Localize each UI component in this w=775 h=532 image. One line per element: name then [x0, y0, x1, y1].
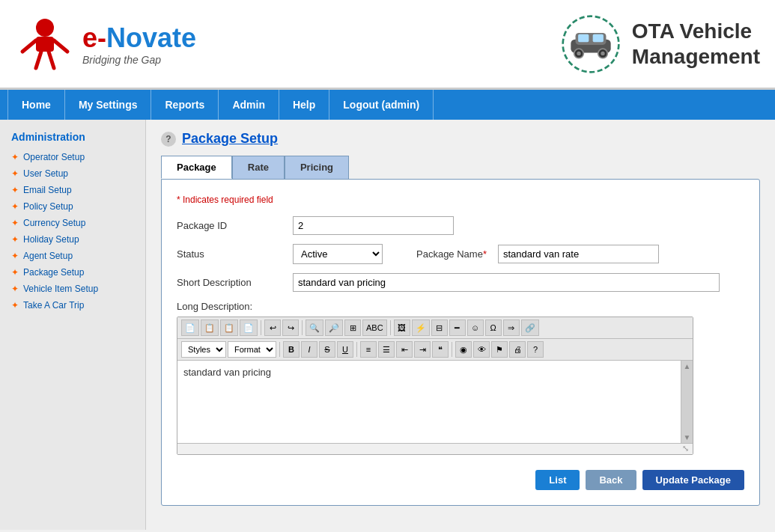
tb-help-editor[interactable]: ?	[527, 341, 544, 358]
sidebar-item-email-setup[interactable]: ✦ Email Setup	[0, 182, 145, 198]
sep3	[390, 320, 391, 335]
long-desc-label: Long Description:	[177, 301, 744, 312]
tb-preview[interactable]: 👁	[473, 341, 490, 358]
status-row: Status Active Inactive Package Name	[177, 244, 744, 264]
svg-line-4	[36, 52, 41, 68]
tb-italic[interactable]: I	[301, 341, 317, 358]
tb-redo[interactable]: ↪	[282, 319, 299, 336]
format-select[interactable]: Format	[228, 341, 276, 358]
tb-indent-less[interactable]: ⇤	[396, 341, 413, 358]
help-icon[interactable]: ?	[161, 132, 176, 147]
rich-text-editor: 📄 📋 📋 📄 ↩ ↪ 🔍 🔎 ⊞ ABC 🖼	[177, 317, 693, 455]
tb-bold[interactable]: B	[283, 341, 300, 358]
tb-indent-more[interactable]: ⇥	[414, 341, 431, 358]
resize-handle[interactable]: ⤡	[682, 444, 693, 454]
sidebar-item-user-setup[interactable]: ✦ User Setup	[0, 165, 145, 182]
sidebar-item-vehicle-item-setup[interactable]: ✦ Vehicle Item Setup	[0, 281, 145, 297]
update-package-button[interactable]: Update Package	[642, 470, 744, 490]
header: e-Novate Bridging the Gap OTA VehicleMan…	[0, 0, 775, 90]
tb-img[interactable]: 🖼	[394, 319, 410, 336]
tb-ul[interactable]: ☰	[378, 341, 395, 358]
tb-char[interactable]: Ω	[485, 319, 502, 336]
logo-right-text: OTA VehicleManagement	[632, 19, 760, 69]
editor-scrollbar[interactable]: ▲ ▼	[681, 361, 693, 443]
nav-reports[interactable]: Reports	[151, 90, 219, 120]
logo-brand: e-Novate	[82, 22, 196, 54]
nav-admin[interactable]: Admin	[219, 90, 279, 120]
logo-icon	[15, 14, 75, 74]
layout: Administration ✦ Operator Setup ✦ User S…	[0, 120, 775, 530]
tb-table[interactable]: ⊞	[344, 319, 361, 336]
logo-text: e-Novate Bridging the Gap	[82, 22, 196, 66]
sidebar-item-holiday-setup[interactable]: ✦ Holiday Setup	[0, 231, 145, 248]
tb-grid[interactable]: ⊟	[431, 319, 448, 336]
sidebar-item-operator-setup[interactable]: ✦ Operator Setup	[0, 149, 145, 165]
tb-undo[interactable]: ↩	[264, 319, 281, 336]
svg-point-14	[601, 51, 604, 55]
nav-logout[interactable]: Logout (admin)	[329, 90, 434, 120]
back-button[interactable]: Back	[586, 470, 636, 490]
tab-rate[interactable]: Rate	[232, 156, 285, 179]
bullet-icon: ✦	[11, 251, 19, 261]
nav-help[interactable]: Help	[279, 90, 329, 120]
sidebar-item-take-car-trip[interactable]: ✦ Take A Car Trip	[0, 297, 145, 314]
tb-spell[interactable]: ABC	[362, 319, 387, 336]
bullet-icon: ✦	[11, 234, 19, 245]
bullet-icon: ✦	[11, 152, 19, 162]
sep1	[261, 320, 261, 335]
editor-content-area[interactable]: standard van pricing	[177, 361, 681, 443]
tb-ol[interactable]: ≡	[360, 341, 377, 358]
bullet-icon: ✦	[11, 218, 19, 228]
tb-print[interactable]: 🖨	[509, 341, 526, 358]
tb-dir[interactable]: ⇒	[503, 319, 520, 336]
tb-emoji[interactable]: ☺	[467, 319, 484, 336]
tb-new[interactable]: 📄	[181, 319, 199, 336]
package-name-label: Package Name	[416, 248, 487, 260]
nav-my-settings[interactable]: My Settings	[65, 90, 152, 120]
logo-left: e-Novate Bridging the Gap	[15, 14, 196, 74]
bullet-icon: ✦	[11, 201, 19, 212]
nav-home[interactable]: Home	[7, 90, 65, 120]
sidebar: Administration ✦ Operator Setup ✦ User S…	[0, 120, 146, 530]
tb-find[interactable]: 🔍	[306, 319, 323, 336]
tb-replace[interactable]: 🔎	[325, 319, 343, 336]
tb-flash[interactable]: ⚡	[412, 319, 430, 336]
tb-underline[interactable]: U	[337, 341, 353, 358]
tab-pricing[interactable]: Pricing	[285, 156, 349, 179]
tb-strikethrough[interactable]: S	[319, 341, 335, 358]
bullet-icon: ✦	[11, 168, 19, 179]
logo-right: OTA VehicleManagement	[561, 14, 760, 74]
sidebar-item-policy-setup[interactable]: ✦ Policy Setup	[0, 198, 145, 215]
long-desc-section: Long Description: 📄 📋 📋 📄 ↩ ↪ 🔍 🔎	[177, 301, 744, 455]
sidebar-item-currency-setup[interactable]: ✦ Currency Setup	[0, 215, 145, 231]
tb-link[interactable]: 🔗	[521, 319, 539, 336]
tab-package[interactable]: Package	[161, 156, 232, 179]
tb-source[interactable]: ◉	[455, 341, 472, 358]
tb-flag[interactable]: ⚑	[491, 341, 508, 358]
tb-copy[interactable]: 📋	[201, 319, 219, 336]
package-id-label: Package ID	[177, 220, 282, 231]
editor-resize-bar: ⤡	[177, 443, 693, 454]
svg-line-2	[22, 40, 36, 52]
short-desc-input[interactable]	[293, 273, 720, 292]
status-label: Status	[177, 248, 282, 260]
package-name-input[interactable]	[498, 245, 659, 263]
sep2	[302, 320, 303, 335]
editor-toolbar-2: Styles Format B I S U ≡ ☰ ⇤	[177, 339, 693, 361]
tb-hr[interactable]: ━	[449, 319, 466, 336]
logo-tagline: Bridging the Gap	[82, 54, 196, 66]
sidebar-item-agent-setup[interactable]: ✦ Agent Setup	[0, 248, 145, 264]
form-panel: * Indicates required field Package ID St…	[161, 179, 760, 506]
required-note: * Indicates required field	[177, 195, 744, 205]
styles-select[interactable]: Styles	[181, 341, 226, 358]
tb-paste[interactable]: 📋	[220, 319, 238, 336]
tb-blockquote[interactable]: ❝	[432, 341, 449, 358]
tb-paste-text[interactable]: 📄	[240, 319, 258, 336]
sep4	[279, 342, 280, 357]
sidebar-item-package-setup[interactable]: ✦ Package Setup	[0, 264, 145, 281]
vehicle-icon	[561, 14, 621, 74]
package-id-row: Package ID	[177, 216, 744, 235]
status-select[interactable]: Active Inactive	[293, 244, 383, 264]
package-id-input[interactable]	[293, 216, 454, 235]
list-button[interactable]: List	[535, 470, 580, 490]
